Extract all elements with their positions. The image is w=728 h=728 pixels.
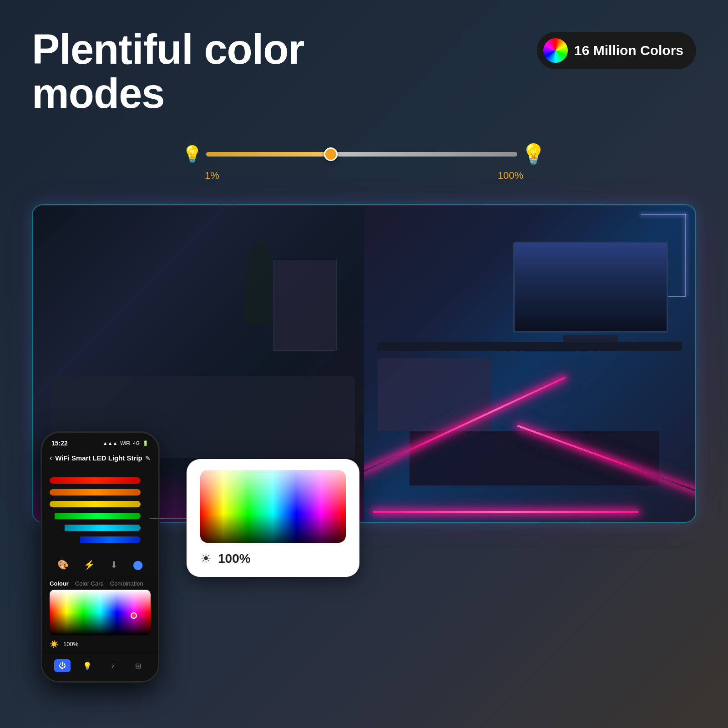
slider-label-max: 100% — [498, 170, 523, 182]
tv-stand — [563, 335, 618, 342]
badge-text: 16 Million Colors — [574, 43, 683, 58]
color-wheel-icon — [543, 38, 568, 63]
slider-thumb[interactable] — [324, 147, 338, 161]
phone-controls: 🎨 ⚡ ⬇ ⬤ — [42, 554, 158, 576]
phone-time: 15:22 — [51, 440, 68, 447]
shelf-decoration — [273, 260, 337, 351]
strip-orange — [50, 489, 141, 495]
color-spectrum-large[interactable] — [200, 470, 346, 543]
color-badge: 16 Million Colors — [537, 32, 696, 69]
strip-cyan — [65, 525, 141, 531]
plant-decoration — [246, 242, 273, 324]
phone-tabs: Colour Color Card Combination — [42, 576, 158, 590]
slider-label-min: 1% — [205, 170, 219, 182]
brightness-value-small: 100% — [63, 641, 78, 647]
color-picker-dot[interactable] — [131, 612, 137, 619]
bulb-icon-right: 💡 — [521, 142, 546, 166]
lightning-icon[interactable]: ⚡ — [84, 559, 95, 570]
power-button[interactable]: ⏻ — [54, 659, 71, 672]
phone-status-bar: 15:22 ▲▲▲ WiFi 4G 🔋 — [42, 433, 158, 450]
slider-track[interactable] — [206, 152, 517, 157]
phone-app-header: ‹ WiFi Smart LED Light Strip ✎ — [42, 450, 158, 468]
back-button[interactable]: ‹ — [50, 453, 52, 463]
grid-button[interactable]: ⊞ — [130, 659, 146, 672]
circle-icon[interactable]: ⬤ — [133, 559, 143, 570]
brightness-row-expanded: ☀ 100% — [200, 551, 346, 566]
strip-blue — [80, 536, 141, 543]
music-button[interactable]: ♪ — [105, 659, 121, 672]
network-label: 4G — [133, 440, 140, 446]
main-title: Plentiful color modes — [32, 27, 373, 115]
tv-cityscape — [515, 243, 667, 331]
light-strip-preview — [42, 468, 158, 554]
strip-red — [50, 477, 141, 484]
color-spectrum-small[interactable] — [50, 590, 151, 635]
slider-track-wrapper: 💡 💡 — [182, 142, 546, 166]
brightness-row-small: ☀️ 100% — [50, 640, 151, 648]
slider-labels: 1% 100% — [205, 170, 523, 182]
tab-color-card[interactable]: Color Card — [75, 580, 104, 587]
color-picker-expanded: ☀ 100% — [187, 459, 359, 577]
strip-yellow — [50, 501, 141, 507]
phone-color-picker: ☀️ 100% — [42, 590, 158, 654]
edit-button[interactable]: ✎ — [145, 455, 151, 462]
signal-icon: ▲▲▲ — [103, 440, 118, 446]
wall-line-vertical — [685, 214, 686, 296]
phone-status-icons: ▲▲▲ WiFi 4G 🔋 — [103, 440, 149, 446]
strip-green — [55, 513, 141, 519]
palette-icon[interactable]: 🎨 — [57, 559, 69, 570]
page-wrapper: Plentiful color modes 16 Million Colors … — [0, 0, 728, 728]
bulb-icon-left: 💡 — [182, 145, 202, 164]
brightness-icon-small: ☀️ — [50, 640, 59, 648]
tv-table — [378, 342, 682, 351]
brightness-label-large: 100% — [218, 551, 251, 566]
slider-container: 💡 💡 1% 100% — [182, 142, 546, 182]
wifi-icon: WiFi — [120, 440, 130, 446]
tab-combination[interactable]: Combination — [110, 580, 143, 587]
tv-screen — [513, 242, 668, 333]
brightness-slider-section: 💡 💡 1% 100% — [32, 142, 696, 182]
brightness-icon-large: ☀ — [200, 551, 212, 566]
bulb-button[interactable]: 💡 — [79, 659, 96, 672]
phone-bottom-nav: ⏻ 💡 ♪ ⊞ — [42, 654, 158, 681]
battery-icon: 🔋 — [142, 440, 149, 446]
tab-colour[interactable]: Colour — [50, 580, 69, 587]
bottom-section: 15:22 ▲▲▲ WiFi 4G 🔋 ‹ WiFi Smart LED Lig… — [32, 432, 696, 682]
wall-line-horizontal — [641, 214, 686, 215]
download-icon[interactable]: ⬇ — [110, 559, 118, 570]
phone-app-title: WiFi Smart LED Light Strip — [55, 454, 142, 462]
phone-mockup: 15:22 ▲▲▲ WiFi 4G 🔋 ‹ WiFi Smart LED Lig… — [41, 432, 159, 682]
header-row: Plentiful color modes 16 Million Colors — [32, 27, 696, 115]
